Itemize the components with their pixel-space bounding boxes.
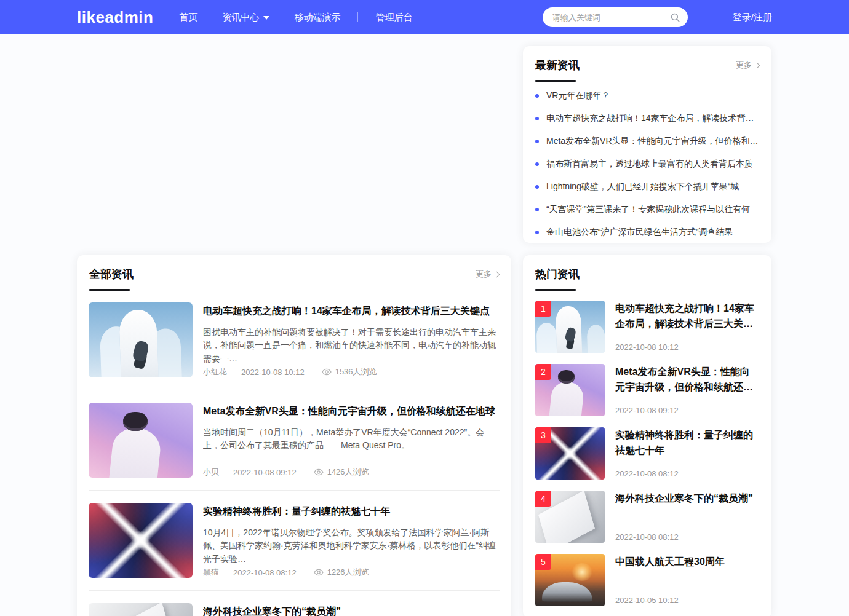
rank-badge: 4	[535, 491, 551, 507]
hot-news-item[interactable]: 3 实验精神终将胜利：量子纠缠的祛魅七十年 2022-10-08 08:12	[523, 422, 771, 485]
bullet-dot	[535, 231, 539, 234]
article-title[interactable]: 海外科技企业寒冬下的“裁员潮”	[203, 606, 500, 616]
article-meta: 黑猫 2022-10-08 08:12 1226人浏览	[203, 567, 500, 578]
hot-date: 2022-10-08 08:12	[615, 469, 759, 480]
title-underline	[535, 289, 576, 291]
rank-badge: 5	[535, 554, 551, 570]
nav-item-admin[interactable]: 管理后台	[375, 12, 412, 23]
latest-news-item[interactable]: 福布斯首富易主，透过地球上最富有的人类看背后本质	[535, 152, 759, 175]
hot-thumbnail[interactable]: 5	[535, 554, 605, 606]
bullet-dot	[535, 185, 539, 189]
hot-news-panel: 热门资讯 1 电动车超快充之战打响！14家车企布局，解读技术背后三大关键点 20…	[523, 255, 771, 616]
latest-news-panel: 最新资讯 更多 VR元年在哪年？ 电动车超快充之战打响！14家车企布局，解读技术…	[523, 46, 771, 243]
chevron-right-icon	[494, 272, 500, 278]
main-nav: 首页 资讯中心 移动端演示 管理后台	[179, 12, 412, 23]
hot-thumbnail[interactable]: 2	[535, 364, 605, 416]
hot-thumbnail[interactable]: 1	[535, 301, 605, 353]
bullet-dot	[535, 162, 539, 166]
latest-news-item[interactable]: VR元年在哪年？	[535, 84, 759, 107]
bullet-dot	[535, 94, 539, 98]
rank-badge: 2	[535, 364, 551, 380]
eye-icon	[322, 367, 332, 377]
search-box[interactable]	[543, 7, 688, 27]
rank-badge: 1	[535, 301, 551, 317]
site-logo[interactable]: likeadmin	[77, 8, 153, 27]
meta-divider	[226, 569, 226, 576]
hot-news-title: 热门资讯	[535, 267, 580, 282]
all-news-more-link[interactable]: 更多	[476, 269, 499, 280]
eye-icon	[314, 467, 324, 477]
bullet-dot	[535, 117, 539, 120]
latest-news-item[interactable]: 金山电池公布“沪广深市民绿色生活方式”调查结果	[535, 221, 759, 243]
chevron-right-icon	[754, 63, 760, 69]
hot-title[interactable]: 实验精神终将胜利：量子纠缠的祛魅七十年	[615, 427, 759, 459]
article-meta: 小贝 2022-10-08 09:12 1426人浏览	[203, 467, 500, 478]
article-meta: 小红花 2022-10-08 10:12 1536人浏览	[203, 366, 500, 377]
hot-news-item[interactable]: 1 电动车超快充之战打响！14家车企布局，解读技术背后三大关键点 2022-10…	[523, 295, 771, 358]
article-title[interactable]: 电动车超快充之战打响！14家车企布局，解读技术背后三大关键点	[203, 305, 500, 318]
bullet-dot	[535, 208, 539, 211]
hot-title[interactable]: 中国载人航天工程30周年	[615, 554, 759, 569]
search-input[interactable]	[552, 13, 670, 22]
article-title[interactable]: 实验精神终将胜利：量子纠缠的祛魅七十年	[203, 505, 500, 518]
hot-date: 2022-10-05 10:12	[615, 596, 759, 606]
hot-title[interactable]: 电动车超快充之战打响！14家车企布局，解读技术背后三大关键点	[615, 301, 759, 332]
top-navbar: likeadmin 首页 资讯中心 移动端演示 管理后台 登录/注册	[0, 0, 849, 34]
nav-item-home[interactable]: 首页	[179, 12, 197, 23]
article-views: 1226人浏览	[327, 567, 369, 578]
meta-divider	[234, 368, 234, 376]
article-thumbnail[interactable]	[89, 302, 193, 377]
article-date: 2022-10-08 09:12	[233, 468, 297, 477]
hot-thumbnail[interactable]: 3	[535, 427, 605, 480]
hot-title[interactable]: Meta发布全新VR头显：性能向元宇宙升级，但价格和续航还在地球	[615, 364, 759, 395]
dropdown-caret-icon	[263, 16, 269, 20]
article-thumbnail[interactable]	[89, 403, 193, 478]
title-underline	[535, 80, 576, 82]
all-news-panel: 全部资讯 更多 电动车超快充之战打响！14家车企布局，解读技术背后三大关键点 困…	[77, 255, 511, 616]
article-excerpt: 10月4日，2022年诺贝尔物理学奖公布。奖项颁发给了法国科学家阿兰·阿斯佩、美…	[203, 526, 500, 566]
article-row[interactable]: Meta发布全新VR头显：性能向元宇宙升级，但价格和续航还在地球 当地时间周二（…	[89, 390, 500, 491]
search-icon[interactable]	[670, 12, 680, 23]
latest-news-title: 最新资讯	[535, 58, 580, 73]
hot-date: 2022-10-08 09:12	[615, 406, 759, 416]
article-row[interactable]: 电动车超快充之战打响！14家车企布局，解读技术背后三大关键点 困扰电动车主的补能…	[89, 290, 500, 390]
latest-news-item[interactable]: “天宫课堂”第三课来了！专家揭秘此次课程与以往有何	[535, 198, 759, 221]
hot-date: 2022-10-08 08:12	[615, 532, 759, 543]
nav-item-news-center[interactable]: 资讯中心	[222, 12, 269, 23]
article-author: 小贝	[203, 467, 219, 478]
article-thumbnail[interactable]	[89, 503, 193, 578]
hot-date: 2022-10-08 10:12	[615, 342, 759, 353]
hot-news-item[interactable]: 5 中国载人航天工程30周年 2022-10-05 10:12	[523, 548, 771, 612]
hot-news-item[interactable]: 4 海外科技企业寒冬下的“裁员潮” 2022-10-08 08:12	[523, 485, 771, 548]
all-news-title: 全部资讯	[89, 267, 134, 282]
title-underline	[89, 289, 130, 291]
article-date: 2022-10-08 08:12	[233, 568, 297, 577]
article-row[interactable]: 海外科技企业寒冬下的“裁员潮”	[89, 591, 500, 616]
article-title[interactable]: Meta发布全新VR头显：性能向元宇宙升级，但价格和续航还在地球	[203, 405, 500, 418]
article-views: 1536人浏览	[335, 366, 377, 377]
article-excerpt: 困扰电动车主的补能问题将要被解决了！对于需要长途出行的电动汽车车主来说，补能问题…	[203, 326, 500, 366]
latest-news-item[interactable]: Lightning破壁，人们已经开始搜索下个撬开苹果“城	[535, 175, 759, 198]
article-views: 1426人浏览	[327, 467, 369, 478]
hot-news-item[interactable]: 2 Meta发布全新VR头显：性能向元宇宙升级，但价格和续航还在地球 2022-…	[523, 358, 771, 422]
article-row[interactable]: 实验精神终将胜利：量子纠缠的祛魅七十年 10月4日，2022年诺贝尔物理学奖公布…	[89, 491, 500, 591]
nav-item-mobile-demo[interactable]: 移动端演示	[294, 12, 340, 23]
article-author: 黑猫	[203, 567, 219, 578]
latest-news-more-link[interactable]: 更多	[736, 60, 759, 71]
latest-news-item[interactable]: 电动车超快充之战打响！14家车企布局，解读技术背后三…	[535, 107, 759, 130]
nav-divider	[357, 12, 358, 22]
bullet-dot	[535, 140, 539, 143]
article-thumbnail[interactable]	[89, 603, 193, 616]
eye-icon	[314, 567, 324, 577]
meta-divider	[226, 468, 226, 476]
article-date: 2022-10-08 10:12	[241, 368, 305, 377]
article-author: 小红花	[203, 366, 227, 377]
article-excerpt: 当地时间周二（10月11日），Meta举办了VR年度大会“Connect 202…	[203, 426, 500, 452]
latest-news-item[interactable]: Meta发布全新VR头显：性能向元宇宙升级，但价格和续…还	[535, 130, 759, 152]
hot-thumbnail[interactable]: 4	[535, 491, 605, 543]
hot-title[interactable]: 海外科技企业寒冬下的“裁员潮”	[615, 491, 759, 506]
login-register-link[interactable]: 登录/注册	[733, 12, 772, 23]
rank-badge: 3	[535, 427, 551, 443]
